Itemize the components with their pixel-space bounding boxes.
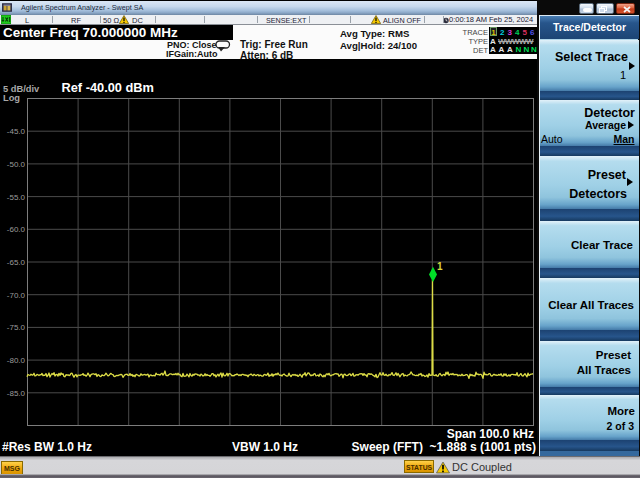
- svg-text:-75.0: -75.0: [7, 323, 26, 332]
- svg-text:-45.0: -45.0: [7, 127, 26, 136]
- svg-text:VBW 1.0 Hz: VBW 1.0 Hz: [232, 440, 298, 454]
- svg-text:Log: Log: [3, 93, 20, 103]
- svg-text:#Res BW 1.0 Hz: #Res BW 1.0 Hz: [2, 440, 92, 454]
- svg-text:-65.0: -65.0: [7, 258, 26, 267]
- svg-text:Span 100.0 kHz: Span 100.0 kHz: [447, 427, 534, 441]
- svg-text:Ref -40.00 dBm: Ref -40.00 dBm: [62, 80, 154, 95]
- svg-text:Sweep (FFT) ~1.888 s (1001 pt: Sweep (FFT) ~1.888 s (1001 pts): [352, 440, 536, 454]
- svg-text:-55.0: -55.0: [7, 193, 26, 202]
- svg-text:-50.0: -50.0: [7, 160, 26, 169]
- svg-text:-60.0: -60.0: [7, 225, 26, 234]
- svg-text:-85.0: -85.0: [7, 389, 26, 398]
- svg-text:-70.0: -70.0: [7, 291, 26, 300]
- svg-text:-80.0: -80.0: [7, 356, 26, 365]
- svg-text:1: 1: [437, 261, 443, 272]
